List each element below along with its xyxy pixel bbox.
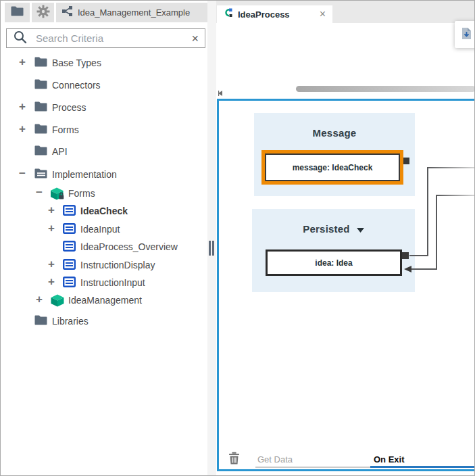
expand-icon[interactable]: + — [46, 275, 57, 289]
tree-item-forms[interactable]: +Forms — [1, 122, 207, 139]
panel-splitter[interactable] — [207, 1, 216, 476]
collapse-icon[interactable]: − — [17, 167, 28, 181]
cube-icon — [51, 294, 64, 309]
tree-item-label: Process — [52, 102, 86, 113]
expand-icon[interactable]: + — [46, 204, 57, 217]
active-tab-underline — [370, 466, 475, 468]
folder-icon — [34, 315, 47, 327]
tree-item-label: Connectors — [52, 80, 101, 91]
tree-item-implementation[interactable]: −Implementation — [1, 166, 207, 184]
expand-icon[interactable]: + — [34, 293, 45, 306]
folder-icon — [34, 57, 47, 69]
horizontal-scrollbar-thumb[interactable] — [296, 86, 475, 92]
project-tree: +Base TypesConnectors+Process+FormsAPI−I… — [1, 51, 207, 457]
persisted-panel-title: Persisted — [303, 223, 349, 235]
project-tab[interactable]: Idea_Management_Example — [56, 3, 207, 22]
search-icon — [13, 30, 28, 47]
tree-item-label: Implementation — [52, 169, 117, 180]
floating-toolbar — [455, 21, 475, 48]
app-window: Idea_Management_Example × +Base TypesCon… — [0, 0, 475, 476]
message-panel-title: Message — [313, 127, 357, 139]
clear-search-icon[interactable]: × — [191, 32, 199, 45]
trash-icon[interactable] — [228, 452, 240, 467]
expand-icon[interactable]: + — [46, 258, 57, 271]
folder-icon — [34, 79, 47, 91]
folder-button[interactable] — [5, 3, 30, 22]
tree-item-ideainput[interactable]: +IdeaInput — [1, 221, 207, 239]
splitter-handle-icon — [209, 241, 211, 256]
folder-icon — [34, 124, 47, 136]
message-node-selected[interactable]: message: IdeaCheck — [261, 150, 403, 185]
tab-ideaprocess[interactable]: IdeaProcess × — [217, 5, 332, 23]
form-icon — [63, 241, 76, 254]
folder-open-icon — [34, 168, 48, 181]
tree-item-base types[interactable]: +Base Types — [1, 55, 207, 72]
tab-label: IdeaProcess — [238, 9, 290, 20]
tree-item-instructioninput[interactable]: +InstructionInput — [1, 275, 207, 292]
form-icon — [63, 277, 76, 289]
expand-icon[interactable]: + — [17, 100, 28, 114]
tree-item-api[interactable]: API — [1, 143, 207, 161]
idea-node[interactable]: idea: Idea — [266, 249, 402, 276]
form-icon — [63, 223, 76, 236]
tree-item-ideacheck[interactable]: +IdeaCheck — [1, 203, 207, 220]
project-tab-label: Idea_Management_Example — [78, 7, 190, 18]
tree-item-label: IdeaCheck — [80, 206, 128, 216]
scroll-left-icon[interactable] — [218, 87, 222, 99]
tree-item-label: API — [52, 146, 68, 157]
tree-item-forms[interactable]: −Forms — [1, 185, 207, 203]
folder-icon — [34, 101, 47, 114]
tree-item-label: IdeaInput — [80, 224, 120, 235]
form-icon — [63, 259, 76, 272]
tab-get-data[interactable]: Get Data — [257, 454, 293, 465]
tab-on-exit[interactable]: On Exit — [374, 454, 405, 465]
collapse-icon[interactable]: − — [34, 186, 45, 199]
search-input[interactable] — [34, 32, 184, 45]
tree-item-libraries[interactable]: Libraries — [1, 313, 207, 331]
expand-icon[interactable]: + — [17, 122, 28, 136]
search-box: × — [6, 28, 205, 48]
idea-node-label: idea: Idea — [315, 258, 352, 268]
hierarchy-icon — [62, 6, 72, 19]
tree-item-label: InstructionInput — [80, 277, 145, 288]
tree-item-label: InstructionDisplay — [80, 260, 155, 270]
cube-lock-icon — [51, 187, 65, 202]
splitter-handle-icon — [212, 241, 214, 256]
process-icon — [224, 8, 232, 20]
form-icon — [63, 205, 76, 218]
tree-item-label: IdeaProcess_Overview — [80, 241, 178, 252]
close-tab-icon[interactable]: × — [320, 9, 326, 20]
tree-item-label: Forms — [68, 188, 95, 199]
tree-item-label: Libraries — [52, 316, 89, 327]
tree-item-label: IdeaManagement — [68, 295, 142, 306]
gear-icon — [36, 5, 50, 21]
export-document-icon[interactable] — [461, 27, 472, 43]
tree-item-instructiondisplay[interactable]: +InstructionDisplay — [1, 257, 207, 275]
folder-icon — [34, 145, 47, 158]
message-node-label: message: IdeaCheck — [265, 153, 400, 181]
settings-button[interactable] — [32, 3, 54, 22]
tree-item-ideamanagement[interactable]: +IdeaManagement — [1, 292, 207, 310]
chevron-down-icon[interactable] — [357, 223, 364, 235]
tree-item-label: Base Types — [52, 57, 101, 68]
folder-icon — [11, 6, 24, 19]
inactive-tab-underline — [255, 467, 370, 468]
editor-tab-bar: IdeaProcess × — [216, 1, 475, 23]
tree-item-process[interactable]: +Process — [1, 99, 207, 117]
tree-item-label: Forms — [52, 124, 79, 135]
tree-item-ideaprocess-overview[interactable]: IdeaProcess_Overview — [1, 239, 207, 256]
tree-item-connectors[interactable]: Connectors — [1, 77, 207, 95]
expand-icon[interactable]: + — [46, 222, 57, 235]
expand-icon[interactable]: + — [17, 55, 28, 69]
